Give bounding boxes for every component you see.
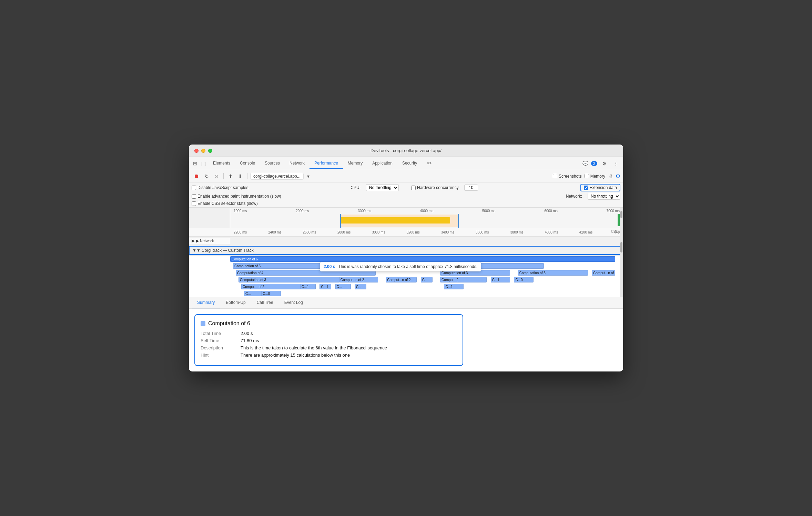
- overview-scrollbar[interactable]: [620, 208, 623, 228]
- download-button[interactable]: ⬇: [236, 172, 244, 180]
- ms-mark-2000: 2000 ms: [296, 209, 309, 213]
- css-selector-text: Enable CSS selector stats (slow): [197, 201, 258, 206]
- tab-console[interactable]: Console: [235, 158, 260, 169]
- settings-icon[interactable]: ⚙: [600, 159, 609, 168]
- tab-security[interactable]: Security: [397, 158, 422, 169]
- computation-c8[interactable]: C...1: [444, 284, 463, 289]
- computation-c3[interactable]: C...0: [514, 277, 533, 282]
- timeline-ruler: 2200 ms 2400 ms 2600 ms 2800 ms 3000 ms …: [189, 228, 623, 237]
- ms-mark-1000: 1000 ms: [234, 209, 247, 213]
- computation-c5[interactable]: C...1: [319, 284, 331, 289]
- memory-checkbox-label[interactable]: Memory: [585, 174, 605, 179]
- computation-c1[interactable]: C...: [421, 277, 433, 282]
- css-selector-label[interactable]: Enable CSS selector stats (slow): [192, 201, 258, 206]
- summary-title-row: Computation of 6: [201, 320, 457, 327]
- tab-sources[interactable]: Sources: [260, 158, 285, 169]
- ruler-3200: 3200 ms: [406, 230, 419, 234]
- right-handle[interactable]: [458, 214, 459, 228]
- computation-c2[interactable]: C...1: [491, 277, 510, 282]
- self-time-key: Self Time: [201, 338, 235, 343]
- computation-2b[interactable]: Comput...n of 2: [339, 277, 378, 282]
- computation-3c[interactable]: Computation of 3: [238, 277, 339, 282]
- computation-2d[interactable]: Compu... 2: [440, 277, 487, 282]
- ms-mark-5000: 5000 ms: [482, 209, 495, 213]
- computation-2d-label: Compu... 2: [441, 278, 458, 282]
- computation-c6[interactable]: C...: [335, 284, 351, 289]
- maximize-button[interactable]: [208, 149, 212, 153]
- hw-input[interactable]: [464, 185, 478, 191]
- record-button[interactable]: ⏺: [192, 172, 201, 181]
- close-button[interactable]: [194, 149, 199, 153]
- ruler-2400: 2400 ms: [268, 230, 281, 234]
- track-area: 2200 ms 2400 ms 2600 ms 2800 ms 3000 ms …: [189, 228, 623, 297]
- tab-more[interactable]: >>: [422, 158, 436, 169]
- computation-c9[interactable]: C...: [244, 291, 263, 296]
- computation-3b[interactable]: Computation of 3: [518, 270, 588, 276]
- network-track-label[interactable]: ▶ ▶ Network: [189, 238, 230, 244]
- computation-2c[interactable]: Comput...n of 2: [386, 277, 417, 282]
- ruler-3800: 3800 ms: [510, 230, 523, 234]
- computation-2e[interactable]: Comput... of 2: [241, 284, 303, 289]
- tab-event-log[interactable]: Event Log: [279, 297, 308, 308]
- left-handle[interactable]: [340, 214, 341, 228]
- computation-c10[interactable]: C...0: [261, 291, 281, 296]
- tab-network[interactable]: Network: [285, 158, 309, 169]
- toolbar: ⏺ ↻ ⊘ ⬆ ⬇ corgi-collage.vercel.app... ▾ …: [189, 170, 623, 182]
- self-time-row: Self Time 71.80 ms: [201, 338, 457, 343]
- reload-button[interactable]: ↻: [203, 172, 211, 180]
- tab-memory[interactable]: Memory: [343, 158, 367, 169]
- hw-concurrency-checkbox[interactable]: [411, 186, 416, 190]
- url-dropdown[interactable]: ▾: [305, 172, 312, 180]
- computation-2a[interactable]: Comput...n of 2: [592, 270, 615, 276]
- cpu-select[interactable]: No throttling: [366, 184, 399, 191]
- inspect-icon[interactable]: ⬚: [200, 160, 207, 167]
- screenshots-checkbox[interactable]: [553, 174, 557, 178]
- computation-2b-label: Comput...n of 2: [341, 278, 364, 282]
- flame-row-6: C... C...0: [189, 290, 623, 297]
- computation-3a-label: Computation of 3: [441, 271, 468, 275]
- tab-summary[interactable]: Summary: [192, 297, 220, 308]
- hw-concurrency-label[interactable]: Hardware concurrency: [411, 185, 459, 190]
- timeline-overview[interactable]: 1000 ms 2000 ms 3000 ms 4000 ms 5000 ms …: [230, 208, 623, 228]
- url-display: corgi-collage.vercel.app...: [250, 173, 304, 180]
- timeline-header: 1000 ms 2000 ms 3000 ms 4000 ms 5000 ms …: [189, 208, 623, 228]
- disable-js-label[interactable]: Disable JavaScript samples: [192, 185, 248, 190]
- upload-button[interactable]: ⬆: [226, 172, 235, 180]
- timeline-cpu-bar: [340, 217, 450, 224]
- tab-call-tree[interactable]: Call Tree: [251, 297, 279, 308]
- corgi-track-header[interactable]: ▼ ▼ Corgi track — Custom Track: [189, 246, 623, 255]
- hint-val: There are approximately 15 calculations …: [241, 353, 350, 358]
- clear-button[interactable]: ⊘: [212, 172, 221, 180]
- css-selector-checkbox[interactable]: [192, 201, 196, 206]
- tab-bottom-up[interactable]: Bottom-Up: [220, 297, 251, 308]
- minimize-button[interactable]: [201, 149, 205, 153]
- options-line-1: Disable JavaScript samples CPU: No throt…: [192, 184, 620, 191]
- advanced-paint-label[interactable]: Enable advanced paint instrumentation (s…: [192, 194, 281, 199]
- options-line-3: Enable CSS selector stats (slow): [192, 201, 620, 206]
- chat-icon: 💬: [582, 161, 588, 166]
- ms-mark-6000: 6000 ms: [544, 209, 557, 213]
- disable-js-checkbox[interactable]: [192, 186, 196, 190]
- ruler-4200: 4200 ms: [579, 230, 592, 234]
- computation-6[interactable]: Computation of 6: [230, 256, 615, 262]
- more-icon[interactable]: ⋮: [611, 159, 620, 168]
- tab-performance[interactable]: Performance: [309, 158, 343, 169]
- tab-elements[interactable]: Elements: [208, 158, 235, 169]
- computation-c3-label: C...0: [515, 278, 522, 282]
- gear-icon[interactable]: ⚙: [616, 173, 620, 179]
- advanced-paint-text: Enable advanced paint instrumentation (s…: [197, 194, 281, 199]
- ext-data-checkbox[interactable]: [584, 186, 588, 190]
- computation-c4[interactable]: C...1: [300, 284, 316, 289]
- ms-mark-7000: 7000 ms: [607, 209, 620, 213]
- detail-scrollbar[interactable]: [620, 228, 623, 297]
- flame-row-5-content: Comput... of 2 C...1 C...1 C... C...: [230, 284, 619, 290]
- memory-checkbox[interactable]: [585, 174, 589, 178]
- network-select[interactable]: No throttling: [588, 193, 620, 200]
- screenshots-checkbox-label[interactable]: Screenshots: [553, 174, 582, 179]
- advanced-paint-checkbox[interactable]: [192, 194, 196, 199]
- description-key: Description: [201, 345, 235, 350]
- computation-c7[interactable]: C...: [355, 284, 366, 289]
- ruler-2800: 2800 ms: [337, 230, 351, 234]
- notification-badge: 2: [591, 161, 597, 166]
- tab-application[interactable]: Application: [367, 158, 397, 169]
